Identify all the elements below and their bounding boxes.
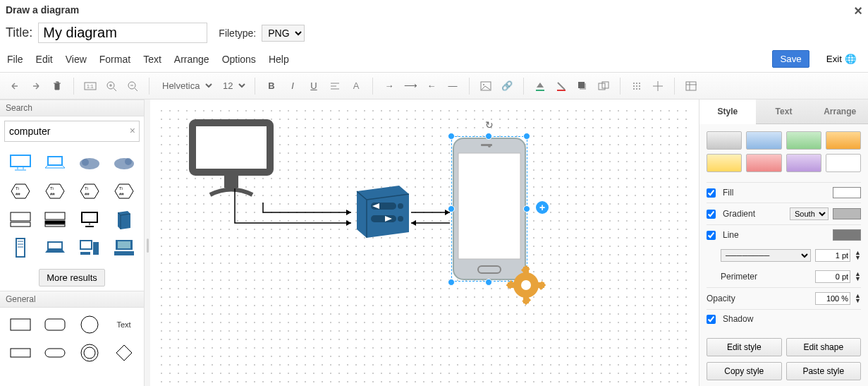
gradient-direction-select[interactable]: South (790, 207, 829, 220)
tab-style[interactable]: Style (699, 99, 756, 124)
shape-server-blue[interactable] (108, 207, 140, 232)
shape-pc-1[interactable] (4, 207, 36, 232)
gradient-checkbox[interactable] (707, 210, 716, 219)
canvas-shape-gear[interactable] (506, 265, 546, 307)
shape-laptop-blue[interactable] (39, 150, 71, 176)
swatch-green[interactable] (786, 131, 821, 150)
shape-rect-2[interactable] (4, 340, 36, 366)
arrow-right-icon[interactable]: → (380, 77, 398, 95)
redo-icon[interactable] (27, 77, 45, 95)
line-style-select[interactable]: ──────── (721, 249, 811, 262)
link-icon[interactable]: 🔗 (498, 77, 516, 95)
shape-pc-2[interactable] (39, 207, 71, 232)
fill-color-chip[interactable] (833, 187, 861, 198)
close-icon[interactable]: × (854, 3, 862, 19)
add-connection-icon[interactable]: + (536, 201, 549, 214)
stepper-icon[interactable]: ▲▼ (855, 251, 861, 260)
clear-search-icon[interactable]: × (130, 125, 135, 136)
swatch-white[interactable] (826, 154, 861, 172)
arrow-left-icon[interactable]: ← (422, 77, 441, 95)
filetype-select[interactable]: PNG (262, 25, 305, 42)
overlap-icon[interactable] (594, 77, 613, 95)
swatch-purple[interactable] (786, 154, 821, 172)
shape-terminal[interactable] (108, 235, 140, 260)
zoom-in-icon[interactable] (102, 77, 121, 95)
menu-arrange[interactable]: Arrange (174, 54, 209, 65)
swatch-orange[interactable] (826, 131, 861, 150)
edit-shape-button[interactable]: Edit shape (786, 338, 862, 356)
shape-circle[interactable] (73, 312, 105, 337)
shape-text[interactable]: Text (108, 312, 140, 337)
tab-text[interactable]: Text (756, 99, 812, 124)
image-icon[interactable] (477, 77, 495, 95)
canvas[interactable]: ↻ + (150, 99, 699, 386)
menu-help[interactable]: Help (269, 54, 289, 65)
stepper-icon[interactable]: ▲▼ (855, 294, 861, 303)
save-button[interactable]: Save (772, 50, 809, 68)
shape-hex-2[interactable]: Ti## (39, 179, 71, 204)
guides-icon[interactable] (649, 77, 667, 95)
splitter[interactable] (145, 99, 150, 386)
shape-desktop[interactable] (73, 207, 105, 232)
swatch-yellow[interactable] (707, 154, 742, 172)
shape-hex-3[interactable]: Ti## (73, 179, 105, 204)
shape-hex-4[interactable]: Ti## (108, 179, 140, 204)
shape-monitor-blue[interactable] (4, 150, 36, 176)
line-width-input[interactable] (815, 249, 850, 262)
align-icon[interactable] (326, 77, 344, 95)
shape-hex-1[interactable]: Ti## (4, 179, 36, 204)
canvas-shape-server[interactable] (351, 184, 415, 241)
layout-icon[interactable] (682, 77, 700, 95)
font-color-icon[interactable]: A (347, 77, 365, 95)
perimeter-input[interactable] (815, 270, 850, 283)
line-checkbox[interactable] (707, 231, 716, 240)
line-color-icon[interactable] (552, 77, 570, 95)
rotate-handle-icon[interactable]: ↻ (485, 119, 494, 131)
exit-button[interactable]: Exit🌐 (822, 51, 861, 67)
shape-rounded-rect-2[interactable] (39, 340, 71, 366)
shape-rack[interactable] (4, 235, 36, 260)
font-select[interactable]: Helvetica (157, 77, 214, 95)
line-color-chip[interactable] (833, 229, 861, 241)
title-input[interactable] (38, 23, 207, 43)
swatch-gray[interactable] (707, 131, 742, 150)
connector-icon[interactable]: ⟶ (401, 77, 420, 95)
fit-icon[interactable]: 1:1 (81, 77, 99, 95)
shape-cloud-1[interactable] (73, 150, 105, 176)
gradient-color-chip[interactable] (833, 208, 861, 219)
shadow-checkbox[interactable] (707, 315, 716, 324)
grid-dots-icon[interactable] (628, 77, 646, 95)
shape-diamond[interactable] (108, 340, 140, 366)
shape-rounded-rect[interactable] (39, 312, 71, 337)
bold-icon[interactable]: B (262, 77, 281, 95)
fontsize-select[interactable]: 12 (217, 77, 247, 95)
menu-file[interactable]: File (7, 54, 23, 65)
opacity-input[interactable] (815, 292, 850, 305)
fill-checkbox[interactable] (707, 188, 716, 198)
italic-icon[interactable]: I (283, 77, 302, 95)
delete-icon[interactable] (48, 77, 66, 95)
shape-workstation[interactable] (73, 235, 105, 260)
tab-arrange[interactable]: Arrange (812, 99, 868, 124)
menu-options[interactable]: Options (222, 54, 256, 65)
shadow-icon[interactable] (573, 77, 592, 95)
line-icon[interactable]: — (444, 77, 462, 95)
paste-style-button[interactable]: Paste style (786, 362, 862, 380)
zoom-out-icon[interactable] (123, 77, 142, 95)
more-results-button[interactable]: More results (39, 269, 105, 287)
shape-rect[interactable] (4, 312, 36, 337)
shape-laptop-2[interactable] (39, 235, 71, 260)
stepper-icon[interactable]: ▲▼ (855, 272, 861, 282)
menu-edit[interactable]: Edit (36, 54, 53, 65)
underline-icon[interactable]: U (305, 77, 323, 95)
search-input[interactable] (4, 121, 140, 142)
edit-style-button[interactable]: Edit style (707, 338, 782, 356)
swatch-red[interactable] (746, 154, 781, 172)
shape-double-circle[interactable] (73, 340, 105, 366)
canvas-shape-phone-selected[interactable]: ↻ + (450, 135, 529, 285)
swatch-blue[interactable] (746, 131, 781, 150)
undo-icon[interactable] (6, 77, 24, 95)
shape-cloud-2[interactable] (108, 150, 140, 176)
menu-format[interactable]: Format (99, 54, 130, 65)
menu-view[interactable]: View (66, 54, 87, 65)
